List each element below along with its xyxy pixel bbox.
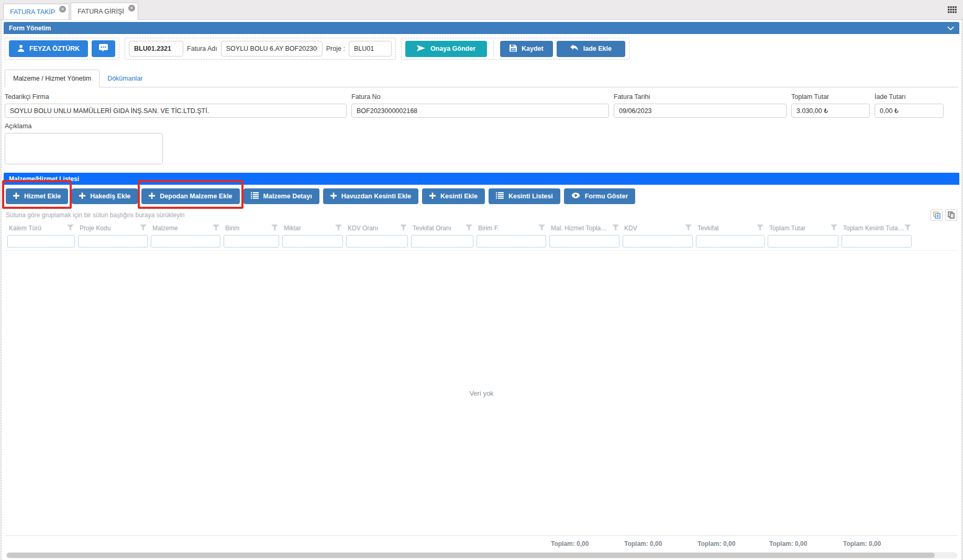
button-kesinti-listesi[interactable]: Kesinti Listesi bbox=[489, 188, 560, 204]
filter-funnel-icon[interactable] bbox=[67, 225, 74, 232]
form-yonetim-bar[interactable]: Form Yönetim bbox=[4, 22, 959, 34]
filter-input-miktar[interactable] bbox=[282, 235, 343, 248]
button-depodan-malzeme-ekle[interactable]: Depodan Malzeme Ekle bbox=[141, 188, 239, 204]
chevron-down-icon[interactable] bbox=[947, 25, 954, 32]
onaya-gonder-label: Onaya Gönder bbox=[430, 45, 475, 52]
group-by-hint: Sütuna göre gruplamak için bir sütun baş… bbox=[6, 211, 185, 219]
filter-input-birim[interactable] bbox=[224, 235, 279, 248]
filter-cell bbox=[475, 235, 548, 248]
button-label: Kesinti Ekle bbox=[440, 193, 478, 200]
iade-tutari-input[interactable] bbox=[875, 104, 944, 118]
filter-input-tevkifat-oran[interactable] bbox=[411, 235, 473, 248]
filter-funnel-icon[interactable] bbox=[612, 225, 618, 232]
grid-group-panel[interactable]: Sütuna göre gruplamak için bir sütun baş… bbox=[6, 208, 957, 222]
form-code-input[interactable] bbox=[129, 41, 183, 57]
column-header-miktar[interactable]: Miktar bbox=[281, 222, 345, 234]
column-chooser-icon[interactable] bbox=[931, 209, 943, 221]
column-header-kdv-oran[interactable]: KDV Oranı bbox=[345, 222, 409, 234]
button-hizmet-ekle[interactable]: Hizmet Ekle bbox=[6, 188, 68, 204]
aciklama-label: Açıklama bbox=[5, 122, 958, 130]
filter-cell bbox=[6, 235, 76, 248]
filter-input-mal-hizmet-toplam-t[interactable] bbox=[549, 235, 619, 248]
button-hakedi-ekle[interactable]: Hakediş Ekle bbox=[72, 188, 138, 204]
tedarikci-firma-field: Tedarikçi Firma bbox=[5, 93, 347, 118]
filter-funnel-icon[interactable] bbox=[213, 225, 219, 232]
column-header-kdv[interactable]: KDV bbox=[621, 222, 694, 234]
horizontal-scrollbar[interactable] bbox=[6, 552, 957, 558]
column-header-tevkifat[interactable]: Tevkifat bbox=[694, 222, 766, 234]
tab-dokumanlar[interactable]: Dökümanlar bbox=[99, 70, 150, 87]
user-button[interactable]: FEYZA ÖZTÜRK bbox=[9, 40, 88, 57]
filter-input-kdv[interactable] bbox=[623, 235, 693, 248]
fatura-no-field: Fatura No bbox=[351, 93, 609, 118]
toolbar-group-actions: Onaya Gönder Kaydet Iade Ekle bbox=[401, 38, 629, 60]
column-header-toplam-kesinti-tutar[interactable]: Toplam Kesinti Tutarı (... bbox=[840, 222, 913, 234]
onaya-gonder-button[interactable]: Onaya Gönder bbox=[405, 41, 487, 57]
close-icon[interactable]: ✕ bbox=[59, 6, 66, 13]
column-header-birim-f[interactable]: Birim F. bbox=[475, 222, 548, 234]
grid-empty-state: Veri yok bbox=[6, 251, 957, 536]
filter-input-toplam-kesinti-tutar[interactable] bbox=[842, 235, 912, 248]
window-tabstrip: FATURA TAKİP ✕ FATURA GİRİŞİ ✕ bbox=[0, 0, 963, 20]
column-header-toplam-tutar[interactable]: Toplam Tutar bbox=[766, 222, 840, 234]
filter-funnel-icon[interactable] bbox=[466, 225, 472, 232]
form-yonetim-title: Form Yönetim bbox=[9, 25, 51, 32]
column-header-birim[interactable]: Birim bbox=[222, 222, 281, 234]
filter-cell bbox=[694, 235, 766, 248]
scrollbar-thumb[interactable] bbox=[7, 553, 935, 558]
toplam-tutar-field: Toplam Tutar bbox=[791, 93, 870, 118]
filter-input-kdv-oran[interactable] bbox=[346, 235, 408, 248]
filter-funnel-icon[interactable] bbox=[538, 225, 545, 232]
filter-funnel-icon[interactable] bbox=[140, 225, 147, 232]
filter-funnel-icon[interactable] bbox=[400, 225, 407, 232]
fatura-tarihi-input[interactable] bbox=[614, 104, 787, 118]
button-havuzdan-kesinti-ekle[interactable]: Havuzdan Kesinti Ekle bbox=[323, 188, 418, 204]
filter-funnel-icon[interactable] bbox=[757, 225, 763, 232]
column-header-proje-kodu[interactable]: Proje Kodu bbox=[76, 222, 149, 234]
proje-input[interactable] bbox=[349, 41, 392, 57]
fatura-adi-input[interactable] bbox=[221, 41, 323, 57]
filter-input-kalem-t-r[interactable] bbox=[7, 235, 75, 248]
filter-cell bbox=[345, 235, 409, 248]
tedarikci-firma-input[interactable] bbox=[5, 104, 347, 118]
button-formu-g-ster[interactable]: Formu Göster bbox=[564, 188, 636, 204]
filter-funnel-icon[interactable] bbox=[685, 225, 692, 232]
button-label: Kesinti Listesi bbox=[508, 193, 553, 200]
toolbar-separator bbox=[493, 40, 494, 57]
copy-export-icon[interactable] bbox=[945, 209, 957, 221]
column-header-malzeme[interactable]: Malzeme bbox=[149, 222, 222, 234]
filter-funnel-icon[interactable] bbox=[271, 225, 278, 232]
column-label: Toplam Kesinti Tutarı (... bbox=[843, 225, 904, 232]
kaydet-button[interactable]: Kaydet bbox=[500, 41, 553, 57]
chat-button[interactable] bbox=[92, 40, 115, 57]
column-label: KDV Oranı bbox=[348, 225, 378, 232]
column-header-mal-hizmet-toplam-t[interactable]: Mal. Hizmet Toplam T... bbox=[548, 222, 621, 234]
filter-input-tevkifat[interactable] bbox=[696, 235, 765, 248]
tab-fatura-girisi[interactable]: FATURA GİRİŞİ ✕ bbox=[71, 3, 138, 20]
column-header-kalem-t-r[interactable]: Kalem Türü bbox=[6, 222, 76, 234]
tab-malzeme-hizmet-yonetim[interactable]: Malzeme / Hizmet Yönetim bbox=[5, 70, 99, 87]
tab-fatura-takip[interactable]: FATURA TAKİP ✕ bbox=[3, 4, 69, 19]
button-kesinti-ekle[interactable]: Kesinti Ekle bbox=[422, 188, 485, 204]
filter-funnel-icon[interactable] bbox=[831, 225, 837, 232]
filter-input-proje-kodu[interactable] bbox=[78, 235, 148, 248]
fatura-no-label: Fatura No bbox=[351, 93, 609, 100]
column-header-tevkifat-oran[interactable]: Tevkifat Oranı bbox=[409, 222, 475, 234]
apps-grid-icon[interactable] bbox=[948, 6, 957, 14]
iade-ekle-button[interactable]: Iade Ekle bbox=[557, 41, 625, 57]
filter-input-malzeme[interactable] bbox=[151, 235, 220, 248]
grid-filter-row bbox=[6, 234, 957, 251]
fatura-no-input[interactable] bbox=[351, 104, 609, 118]
iade-tutari-label: İade Tutarı bbox=[875, 93, 944, 100]
filter-cell bbox=[281, 235, 345, 248]
filter-funnel-icon[interactable] bbox=[904, 225, 911, 232]
filter-input-birim-f[interactable] bbox=[477, 235, 546, 248]
toplam-tutar-input[interactable] bbox=[791, 104, 870, 118]
close-icon[interactable]: ✕ bbox=[128, 5, 135, 12]
list-toolbar: Hizmet EkleHakediş EkleDepodan Malzeme E… bbox=[2, 185, 961, 208]
filter-input-toplam-tutar[interactable] bbox=[768, 235, 838, 248]
aciklama-textarea[interactable] bbox=[5, 133, 163, 164]
filter-cell bbox=[149, 235, 222, 248]
button-malzeme-detay[interactable]: Malzeme Detayı bbox=[243, 188, 319, 204]
filter-funnel-icon[interactable] bbox=[335, 225, 342, 232]
